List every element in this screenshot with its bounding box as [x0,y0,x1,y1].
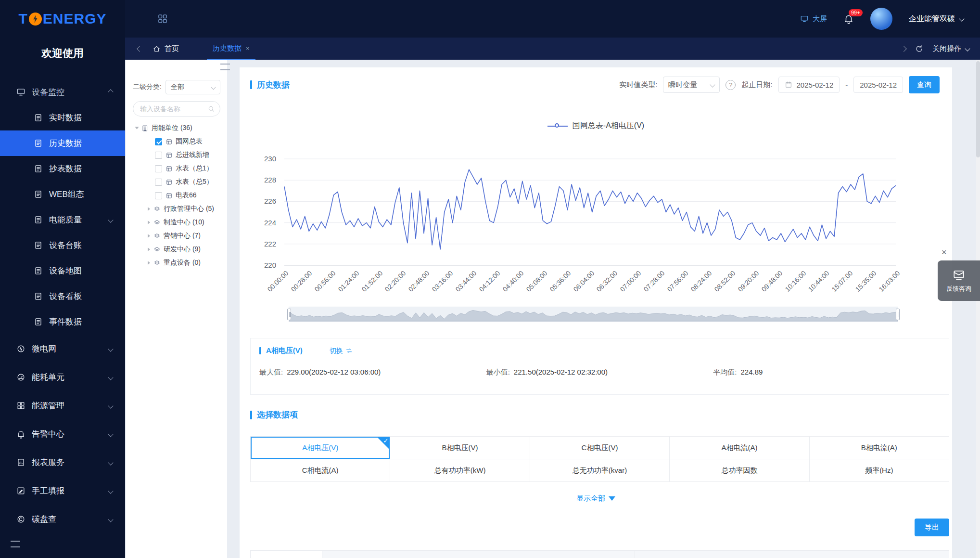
tab-close-icon[interactable]: × [246,45,250,52]
table-header-cell [250,550,322,558]
switch-label: 切换 [330,347,343,355]
report-icon [16,458,25,467]
datazoom-left-handle[interactable] [287,309,291,320]
sidebar-item-history-data[interactable]: 历史数据 [0,130,125,156]
sidebar-item-manual-report[interactable]: 手工填报 [0,477,125,505]
device-checkbox[interactable] [155,192,162,199]
start-date-input[interactable]: 2025-02-12 [778,77,840,93]
stat-min: 最小值:221.50(2025-02-12 02:32:00) [486,368,713,377]
line-chart[interactable] [284,159,896,265]
sidebar-item-alarm-center[interactable]: 告警中心 [0,420,125,448]
expand-icon[interactable] [148,207,150,211]
device-checkbox[interactable] [155,179,162,186]
tree-device-water-meter-1[interactable]: 水表（总1） [126,162,227,175]
close-operations-menu[interactable]: 关闭操作 [932,44,969,53]
datazoom-right-handle[interactable] [896,309,900,320]
expand-icon[interactable] [148,261,150,265]
sidebar-item-microgrid[interactable]: 微电网 [0,335,125,363]
chevron-down-icon [108,217,113,222]
sidebar-menu: 设备监控实时数据历史数据抄表数据WEB组态电能质量设备台账设备地图设备看板事件数… [0,79,125,533]
tree-device-new-incoming-line[interactable]: 总进线新增 [126,148,227,162]
expand-icon[interactable] [148,234,150,238]
nav-back-button[interactable] [136,42,144,55]
data-item-phase-c-current[interactable]: C相电流(A) [251,459,390,482]
tree-device-water-meter-5[interactable]: 水表（总5） [126,175,227,189]
category-select[interactable]: 全部 [165,80,220,94]
sidebar-item-report-service[interactable]: 报表服务 [0,448,125,477]
tab-home[interactable]: 首页 [153,44,179,53]
legend-line-marker-icon [547,123,568,129]
scrollbar-track[interactable] [976,60,980,558]
device-checkbox[interactable] [155,138,162,145]
show-all-link[interactable]: 显示全部 [240,494,952,503]
sidebar-item-power-quality[interactable]: 电能质量 [0,207,125,233]
sidebar-item-carbon-audit[interactable]: 碳盘查 [0,505,125,533]
category-label: 二级分类: [133,83,162,91]
calendar-icon [785,81,792,89]
doc-icon [34,164,43,173]
device-tree-panel: 二级分类: 全部 用能单位 (36)国网总表总进线新增水表（总1）水表（总5）电… [126,60,227,558]
sidebar-item-device-monitoring[interactable]: 设备监控 [0,79,125,105]
tree-group-admin-center[interactable]: 行政管理中心 (5) [126,202,227,216]
end-date-input[interactable]: 2025-02-12 [853,77,903,93]
data-item-phase-c-voltage[interactable]: C相电压(V) [530,437,670,459]
chevron-down-icon [710,82,715,87]
notifications-button[interactable]: 99+ [843,13,854,24]
tree-group-marketing-center[interactable]: 营销中心 (7) [126,229,227,243]
org-menu[interactable]: 企业能管双碳 [909,14,964,24]
feedback-close-icon[interactable]: × [942,248,947,257]
help-icon[interactable]: ? [725,80,736,90]
device-checkbox[interactable] [155,152,162,159]
sidebar-item-device-board[interactable]: 设备看板 [0,284,125,309]
x-axis-tick-label: 02:48:00 [407,269,431,293]
chevron-down-icon [959,16,964,21]
refresh-icon[interactable] [915,44,924,53]
nav-forward-button[interactable] [900,42,908,55]
tree-group-rnd-center[interactable]: 研发中心 (9) [126,243,227,256]
x-axis-tick-label: 10:16:00 [783,269,807,293]
scrollbar-thumb[interactable] [976,61,980,157]
feedback-widget[interactable]: × 反馈咨询 [938,260,980,301]
data-item-total-reactive-power[interactable]: 总无功功率(kvar) [530,459,670,482]
data-item-total-power-factor[interactable]: 总功率因数 [670,459,809,482]
stats-card: A相电压(V) 切换 最大值:229.00(2025-02-12 03:06:0… [250,338,949,395]
expand-icon[interactable] [135,127,139,130]
data-item-frequency[interactable]: 频率(Hz) [810,459,949,482]
data-item-phase-a-current[interactable]: A相电流(A) [670,437,809,459]
big-screen-button[interactable]: 大屏 [800,14,827,24]
sidebar-item-device-ledger[interactable]: 设备台账 [0,233,125,258]
expand-icon[interactable] [148,221,150,224]
tree-device-emeter-66[interactable]: 电表66 [126,189,227,202]
sidebar-item-energy-unit[interactable]: 能耗单元 [0,363,125,391]
chart-legend[interactable]: 国网总表-A相电压(V) [240,121,952,131]
tree-group-manufacturing-center[interactable]: 制造中心 (10) [126,216,227,229]
sidebar-collapse-icon[interactable] [11,544,20,550]
apps-grid-icon[interactable] [157,13,168,25]
realtime-type-select[interactable]: 瞬时变量 [663,77,720,93]
x-axis-tick-label: 15:35:00 [854,269,878,293]
sidebar-item-device-map[interactable]: 设备地图 [0,258,125,284]
device-checkbox[interactable] [155,165,162,172]
data-item-phase-b-voltage[interactable]: B相电压(V) [390,437,530,459]
sidebar-item-web-scada[interactable]: WEB组态 [0,182,125,207]
query-button[interactable]: 查询 [909,76,940,93]
feedback-label: 反馈咨询 [946,285,971,293]
sidebar-item-event-data[interactable]: 事件数据 [0,309,125,335]
export-button[interactable]: 导出 [915,519,949,536]
sidebar-item-energy-mgmt[interactable]: 能源管理 [0,391,125,420]
datazoom-slider[interactable] [289,307,898,322]
sidebar-item-meter-reading[interactable]: 抄表数据 [0,156,125,182]
switch-series-link[interactable]: 切换 [330,347,353,355]
energy-unit-icon [16,373,25,382]
data-item-phase-b-current[interactable]: B相电流(A) [810,437,949,459]
avatar[interactable] [870,8,892,30]
tree-group-key-devices[interactable]: 重点设备 (0) [126,256,227,270]
data-item-total-active-power[interactable]: 总有功功率(kW) [390,459,530,482]
tree-root-energy-units[interactable]: 用能单位 (36) [126,121,227,135]
expand-icon[interactable] [148,247,150,251]
sidebar-item-realtime-data[interactable]: 实时数据 [0,105,125,130]
data-item-phase-a-voltage[interactable]: A相电压(V)✓ [251,437,390,459]
realtime-type-label: 实时值类型: [619,80,657,90]
tree-device-grid-total-meter[interactable]: 国网总表 [126,135,227,148]
tab-history-data[interactable]: 历史数据 × [207,38,255,60]
